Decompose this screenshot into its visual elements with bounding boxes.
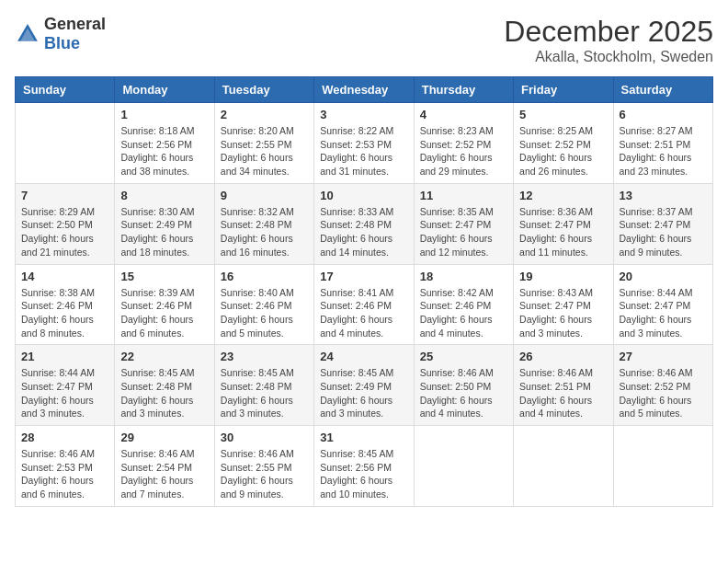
calendar-cell: 19Sunrise: 8:43 AM Sunset: 2:47 PM Dayli…: [514, 264, 613, 345]
day-number: 1: [120, 108, 208, 121]
calendar-cell: 3Sunrise: 8:22 AM Sunset: 2:53 PM Daylig…: [314, 103, 414, 184]
day-info: Sunrise: 8:36 AM Sunset: 2:47 PM Dayligh…: [519, 205, 607, 259]
calendar-cell: [514, 426, 613, 507]
day-number: 31: [320, 431, 407, 444]
day-info: Sunrise: 8:45 AM Sunset: 2:48 PM Dayligh…: [120, 366, 208, 420]
logo-blue: Blue: [44, 34, 80, 52]
day-info: Sunrise: 8:37 AM Sunset: 2:47 PM Dayligh…: [620, 205, 707, 259]
week-row-4: 21Sunrise: 8:44 AM Sunset: 2:47 PM Dayli…: [16, 345, 713, 426]
day-info: Sunrise: 8:41 AM Sunset: 2:46 PM Dayligh…: [320, 286, 407, 340]
day-info: Sunrise: 8:38 AM Sunset: 2:46 PM Dayligh…: [21, 286, 108, 340]
calendar-cell: 26Sunrise: 8:46 AM Sunset: 2:51 PM Dayli…: [514, 345, 613, 426]
calendar-cell: 1Sunrise: 8:18 AM Sunset: 2:56 PM Daylig…: [115, 103, 214, 184]
week-row-2: 7Sunrise: 8:29 AM Sunset: 2:50 PM Daylig…: [16, 183, 713, 264]
calendar-cell: 12Sunrise: 8:36 AM Sunset: 2:47 PM Dayli…: [514, 183, 613, 264]
month-title: December 2025: [504, 15, 713, 49]
day-number: 7: [21, 189, 108, 202]
logo-general: General: [44, 15, 106, 33]
calendar-cell: 18Sunrise: 8:42 AM Sunset: 2:46 PM Dayli…: [414, 264, 513, 345]
day-info: Sunrise: 8:32 AM Sunset: 2:48 PM Dayligh…: [221, 205, 308, 259]
calendar-cell: 24Sunrise: 8:45 AM Sunset: 2:49 PM Dayli…: [314, 345, 414, 426]
title-block: December 2025 Akalla, Stockholm, Sweden: [504, 15, 713, 65]
week-row-5: 28Sunrise: 8:46 AM Sunset: 2:53 PM Dayli…: [16, 426, 713, 507]
day-number: 2: [221, 108, 308, 121]
weekday-tuesday: Tuesday: [214, 77, 313, 103]
day-number: 26: [519, 350, 607, 363]
calendar-cell: 29Sunrise: 8:46 AM Sunset: 2:54 PM Dayli…: [115, 426, 214, 507]
day-number: 17: [320, 270, 407, 283]
day-info: Sunrise: 8:46 AM Sunset: 2:50 PM Dayligh…: [420, 366, 507, 420]
weekday-monday: Monday: [115, 77, 214, 103]
day-number: 8: [120, 189, 208, 202]
calendar-cell: 28Sunrise: 8:46 AM Sunset: 2:53 PM Dayli…: [16, 426, 115, 507]
day-number: 22: [120, 350, 208, 363]
calendar-cell: 16Sunrise: 8:40 AM Sunset: 2:46 PM Dayli…: [214, 264, 313, 345]
day-info: Sunrise: 8:20 AM Sunset: 2:55 PM Dayligh…: [221, 124, 308, 178]
calendar-table: SundayMondayTuesdayWednesdayThursdayFrid…: [15, 76, 713, 507]
day-number: 16: [221, 270, 308, 283]
day-info: Sunrise: 8:46 AM Sunset: 2:53 PM Dayligh…: [21, 447, 108, 501]
day-info: Sunrise: 8:46 AM Sunset: 2:51 PM Dayligh…: [519, 366, 607, 420]
calendar-cell: 30Sunrise: 8:46 AM Sunset: 2:55 PM Dayli…: [214, 426, 313, 507]
calendar-cell: 6Sunrise: 8:27 AM Sunset: 2:51 PM Daylig…: [613, 103, 712, 184]
calendar-cell: 20Sunrise: 8:44 AM Sunset: 2:47 PM Dayli…: [613, 264, 712, 345]
day-number: 25: [420, 350, 507, 363]
week-row-1: 1Sunrise: 8:18 AM Sunset: 2:56 PM Daylig…: [16, 103, 713, 184]
calendar-cell: 17Sunrise: 8:41 AM Sunset: 2:46 PM Dayli…: [314, 264, 414, 345]
day-number: 9: [221, 189, 308, 202]
weekday-header-row: SundayMondayTuesdayWednesdayThursdayFrid…: [16, 77, 713, 103]
calendar-cell: 13Sunrise: 8:37 AM Sunset: 2:47 PM Dayli…: [613, 183, 712, 264]
day-info: Sunrise: 8:45 AM Sunset: 2:56 PM Dayligh…: [320, 447, 407, 501]
weekday-wednesday: Wednesday: [314, 77, 414, 103]
day-info: Sunrise: 8:45 AM Sunset: 2:48 PM Dayligh…: [221, 366, 308, 420]
calendar-cell: 23Sunrise: 8:45 AM Sunset: 2:48 PM Dayli…: [214, 345, 313, 426]
calendar-cell: 25Sunrise: 8:46 AM Sunset: 2:50 PM Dayli…: [414, 345, 513, 426]
day-number: 21: [21, 350, 108, 363]
day-info: Sunrise: 8:18 AM Sunset: 2:56 PM Dayligh…: [120, 124, 208, 178]
calendar-cell: 5Sunrise: 8:25 AM Sunset: 2:52 PM Daylig…: [514, 103, 613, 184]
day-number: 5: [519, 108, 607, 121]
day-info: Sunrise: 8:46 AM Sunset: 2:52 PM Dayligh…: [620, 366, 707, 420]
day-number: 10: [320, 189, 407, 202]
day-info: Sunrise: 8:30 AM Sunset: 2:49 PM Dayligh…: [120, 205, 208, 259]
day-number: 28: [21, 431, 108, 444]
day-number: 19: [519, 270, 607, 283]
day-info: Sunrise: 8:25 AM Sunset: 2:52 PM Dayligh…: [519, 124, 607, 178]
week-row-3: 14Sunrise: 8:38 AM Sunset: 2:46 PM Dayli…: [16, 264, 713, 345]
calendar-cell: [414, 426, 513, 507]
day-info: Sunrise: 8:40 AM Sunset: 2:46 PM Dayligh…: [221, 286, 308, 340]
day-info: Sunrise: 8:45 AM Sunset: 2:49 PM Dayligh…: [320, 366, 407, 420]
day-info: Sunrise: 8:23 AM Sunset: 2:52 PM Dayligh…: [420, 124, 507, 178]
calendar-cell: 27Sunrise: 8:46 AM Sunset: 2:52 PM Dayli…: [613, 345, 712, 426]
day-number: 11: [420, 189, 507, 202]
logo-icon: [15, 21, 40, 47]
weekday-saturday: Saturday: [613, 77, 712, 103]
weekday-thursday: Thursday: [414, 77, 513, 103]
calendar-cell: 10Sunrise: 8:33 AM Sunset: 2:48 PM Dayli…: [314, 183, 414, 264]
weekday-sunday: Sunday: [16, 77, 115, 103]
day-info: Sunrise: 8:39 AM Sunset: 2:46 PM Dayligh…: [120, 286, 208, 340]
day-info: Sunrise: 8:33 AM Sunset: 2:48 PM Dayligh…: [320, 205, 407, 259]
day-number: 29: [120, 431, 208, 444]
calendar-cell: 15Sunrise: 8:39 AM Sunset: 2:46 PM Dayli…: [115, 264, 214, 345]
day-info: Sunrise: 8:22 AM Sunset: 2:53 PM Dayligh…: [320, 124, 407, 178]
day-number: 13: [620, 189, 707, 202]
calendar-cell: 22Sunrise: 8:45 AM Sunset: 2:48 PM Dayli…: [115, 345, 214, 426]
day-number: 20: [620, 270, 707, 283]
calendar-cell: [613, 426, 712, 507]
day-number: 6: [620, 108, 707, 121]
calendar-cell: 2Sunrise: 8:20 AM Sunset: 2:55 PM Daylig…: [214, 103, 313, 184]
day-info: Sunrise: 8:44 AM Sunset: 2:47 PM Dayligh…: [620, 286, 707, 340]
day-number: 14: [21, 270, 108, 283]
day-number: 12: [519, 189, 607, 202]
calendar-cell: 11Sunrise: 8:35 AM Sunset: 2:47 PM Dayli…: [414, 183, 513, 264]
calendar-cell: 4Sunrise: 8:23 AM Sunset: 2:52 PM Daylig…: [414, 103, 513, 184]
day-number: 3: [320, 108, 407, 121]
weekday-friday: Friday: [514, 77, 613, 103]
calendar-cell: [16, 103, 115, 184]
page-header: General Blue December 2025 Akalla, Stock…: [15, 15, 713, 65]
calendar-cell: 31Sunrise: 8:45 AM Sunset: 2:56 PM Dayli…: [314, 426, 414, 507]
calendar-cell: 14Sunrise: 8:38 AM Sunset: 2:46 PM Dayli…: [16, 264, 115, 345]
day-number: 27: [620, 350, 707, 363]
day-number: 4: [420, 108, 507, 121]
